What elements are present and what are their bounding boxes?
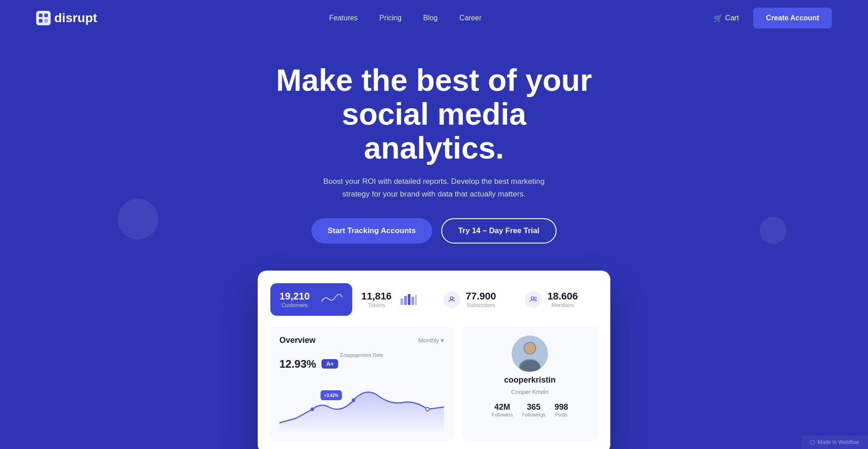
- posts-count: 998: [555, 402, 568, 412]
- svg-text:+3.42%: +3.42%: [324, 393, 339, 398]
- decorative-circle-right: [760, 217, 787, 244]
- profile-avatar: [512, 336, 548, 372]
- tokens-label: Tokens: [361, 302, 392, 309]
- stats-row: 19,210 Customers 11,816 Tokens: [270, 283, 598, 316]
- members-number: 18.606: [547, 290, 578, 302]
- svg-rect-1: [39, 14, 42, 17]
- overview-title: Overview: [279, 336, 316, 345]
- grade-badge: A+: [321, 359, 338, 369]
- nav-right: 🛒 Cart Create Account: [713, 8, 832, 28]
- profile-stat-followers: 42M Followers: [491, 402, 513, 417]
- svg-point-15: [311, 407, 314, 411]
- svg-rect-3: [39, 19, 42, 23]
- svg-rect-6: [404, 296, 407, 305]
- posts-label: Posts: [555, 412, 568, 417]
- subscribers-number: 77.900: [466, 290, 496, 302]
- cart-icon: 🛒: [713, 14, 722, 23]
- svg-point-10: [450, 297, 453, 299]
- tokens-number: 11,816: [361, 290, 392, 302]
- cart-link[interactable]: 🛒 Cart: [713, 14, 739, 23]
- customers-number: 19,210: [279, 290, 310, 302]
- profile-stat-posts: 998 Posts: [555, 402, 568, 417]
- svg-rect-7: [408, 294, 410, 305]
- profile-username: cooperkristin: [504, 375, 556, 385]
- svg-rect-0: [36, 11, 51, 25]
- stat-customers: 19,210 Customers: [270, 283, 352, 316]
- create-account-button[interactable]: Create Account: [753, 8, 832, 28]
- brand-name: disrupt: [54, 11, 97, 25]
- members-label: Members: [547, 302, 578, 309]
- tokens-chart-icon: [401, 292, 417, 307]
- start-tracking-button[interactable]: Start Tracking Accounts: [311, 218, 432, 243]
- logo-icon: [36, 11, 51, 25]
- subscribers-label: Subscribers: [466, 302, 496, 309]
- followers-count: 42M: [491, 402, 513, 412]
- engagement-value: 12.93%: [279, 358, 316, 370]
- customers-label: Customers: [279, 302, 310, 309]
- profile-stat-followings: 365 Followings: [522, 402, 546, 417]
- hero-heading-line2: social media analytics.: [342, 97, 526, 165]
- stat-customers-text: 19,210 Customers: [279, 290, 310, 309]
- nav-features[interactable]: Features: [329, 14, 358, 22]
- engagement-rate-label: Enagagement Rate: [279, 352, 444, 358]
- stat-tokens-text: 11,816 Tokens: [361, 290, 392, 309]
- followings-label: Followings: [522, 412, 546, 417]
- footer-bar: ⬡ Made in Webflow: [801, 435, 868, 449]
- dashboard-container: 19,210 Customers 11,816 Tokens: [9, 271, 859, 449]
- chevron-down-icon: ▾: [441, 337, 444, 344]
- svg-point-12: [534, 297, 537, 299]
- nav-career[interactable]: Career: [459, 14, 481, 22]
- dashboard-card: 19,210 Customers 11,816 Tokens: [258, 271, 610, 449]
- members-icon: [525, 291, 542, 308]
- engagement-row: 12.93% A+: [279, 358, 444, 370]
- hero-section: Make the best of your social media analy…: [0, 36, 868, 449]
- customers-chart-icon: [321, 292, 343, 307]
- svg-rect-8: [411, 297, 414, 305]
- free-trial-button[interactable]: Try 14 – Day Free Trial: [441, 218, 557, 243]
- stat-members: 18.606 Members: [516, 283, 598, 316]
- subscribers-icon: [443, 291, 460, 308]
- svg-point-21: [524, 343, 535, 354]
- footer-label: Made in Webflow: [817, 439, 859, 445]
- stat-members-text: 18.606 Members: [547, 290, 578, 309]
- chart-area: +3.42%: [279, 378, 444, 432]
- svg-rect-4: [44, 19, 48, 23]
- navbar: disrupt Features Pricing Blog Career 🛒 C…: [0, 0, 868, 36]
- svg-point-16: [352, 398, 355, 402]
- period-label: Monthly: [418, 337, 439, 344]
- stat-tokens: 11,816 Tokens: [352, 283, 434, 316]
- overview-section: Overview Monthly ▾ Enagagement Rate 12.9…: [270, 327, 453, 441]
- profile-full-name: Cooper Kristin: [511, 388, 548, 395]
- followers-label: Followers: [491, 412, 513, 417]
- decorative-circle-left: [118, 199, 158, 239]
- svg-point-17: [426, 407, 429, 411]
- followings-count: 365: [522, 402, 546, 412]
- nav-blog[interactable]: Blog: [423, 14, 438, 22]
- overview-chart: +3.42%: [279, 378, 444, 432]
- cart-label: Cart: [725, 14, 739, 22]
- overview-header: Overview Monthly ▾: [279, 336, 444, 345]
- svg-rect-9: [415, 295, 417, 305]
- hero-heading-line1: Make the best of your: [276, 63, 592, 97]
- svg-rect-2: [44, 14, 48, 17]
- svg-rect-5: [401, 299, 403, 305]
- nav-links: Features Pricing Blog Career: [329, 14, 481, 22]
- hero-subtext: Boost your ROI with detailed reports. De…: [312, 175, 556, 200]
- profile-stats: 42M Followers 365 Followings 998 Posts: [491, 402, 568, 417]
- logo[interactable]: disrupt: [36, 11, 97, 25]
- svg-point-11: [531, 297, 534, 299]
- nav-pricing[interactable]: Pricing: [379, 14, 401, 22]
- dashboard-body: Overview Monthly ▾ Enagagement Rate 12.9…: [270, 327, 598, 441]
- stat-subscribers: 77.900 Subscribers: [434, 283, 516, 316]
- avatar-image: [512, 336, 548, 372]
- stat-subscribers-text: 77.900 Subscribers: [466, 290, 496, 309]
- monthly-select[interactable]: Monthly ▾: [418, 337, 444, 344]
- hero-heading: Make the best of your social media analy…: [276, 63, 592, 164]
- profile-section: cooperkristin Cooper Kristin 42M Followe…: [462, 327, 598, 441]
- webflow-icon: ⬡: [810, 439, 815, 445]
